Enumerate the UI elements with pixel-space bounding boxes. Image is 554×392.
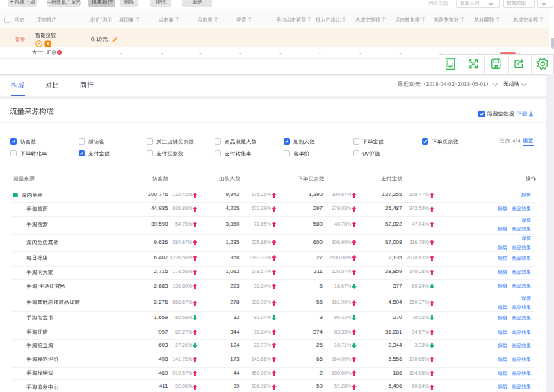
svg-text:?: ? xyxy=(58,51,60,55)
